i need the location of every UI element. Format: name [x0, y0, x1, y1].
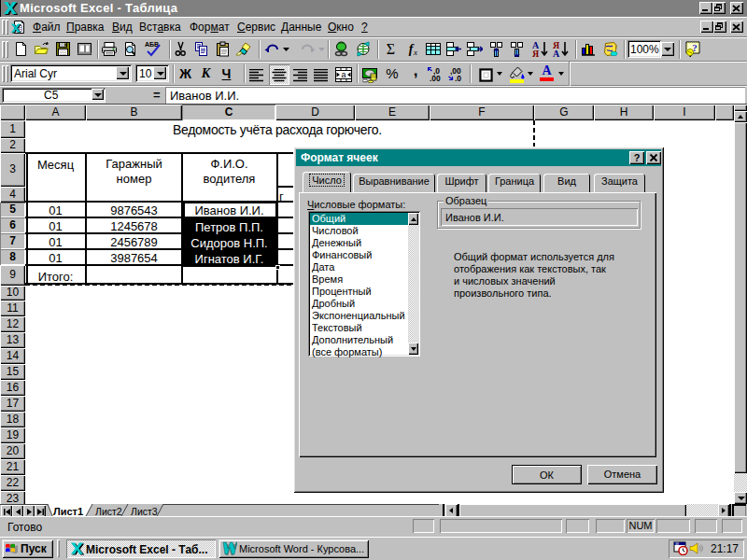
- svg-text:Я: Я: [532, 49, 540, 59]
- svg-text:,0: ,0: [455, 74, 461, 81]
- svg-text:?: ?: [692, 42, 698, 53]
- svg-text:Лист3: Лист3: [131, 506, 158, 517]
- svg-text:a: a: [341, 70, 345, 79]
- svg-text:,00: ,00: [430, 74, 441, 81]
- svg-text:Лист2: Лист2: [95, 506, 122, 517]
- svg-text:АБВ: АБВ: [145, 41, 159, 48]
- svg-text:А: А: [553, 49, 560, 59]
- svg-text:Σ: Σ: [387, 41, 395, 57]
- svg-text:38: 38: [675, 542, 679, 546]
- svg-text:x: x: [413, 48, 417, 57]
